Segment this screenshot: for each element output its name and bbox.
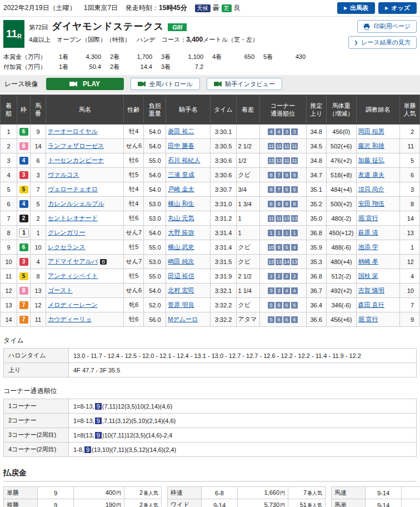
jockey-name-link[interactable]: 菅原 明良	[168, 301, 194, 308]
corner-order-cell: 8798	[259, 168, 306, 182]
corner-pass-number: 11	[276, 143, 282, 150]
prize-place: 3着	[161, 52, 180, 62]
result-guide-button[interactable]: ❯ レース結果の見方	[348, 36, 417, 49]
results-header-cell: 負担 重量	[144, 95, 166, 125]
trainer-name-link[interactable]: 古賀 慎明	[358, 287, 384, 294]
corner-order-post: (13,10)(7,11)(3,5,12)(14,6)(2,4)	[92, 446, 176, 453]
trainer-name-link[interactable]: 柄崎 孝	[358, 258, 378, 265]
finish-position-cell: 12	[1, 284, 17, 298]
corner-pass-number: 7	[276, 186, 282, 193]
horse-name-link[interactable]: ランフォザローゼス	[48, 142, 104, 149]
jockey-name-link[interactable]: 戸崎 圭太	[168, 186, 194, 192]
time-section-title: タイム	[3, 336, 417, 345]
weather-block: 天候 曇 芝 良	[195, 3, 241, 13]
payout-amount-cell: 5,730円	[238, 499, 288, 507]
odds-button[interactable]: ▶オッズ	[378, 2, 417, 14]
time-cell: 3:31.4	[211, 240, 236, 255]
corner-pass-number: 13	[268, 157, 274, 164]
margin-cell: クビ	[236, 255, 259, 269]
result-row: 3 4 6 トーセンカンビーナ 牡6 55.0 石川 裕紀人 3:30.6 1/…	[1, 153, 420, 168]
horse-weight-cell: 484(+4)	[326, 182, 356, 197]
horse-name-link[interactable]: ヴェローチェオロ	[48, 186, 98, 192]
horse-name-link[interactable]: レクセランス	[48, 243, 86, 250]
jockey-cell: 三浦 皇成	[166, 168, 211, 182]
jockey-name-link[interactable]: 菱田 裕二	[168, 128, 194, 135]
trainer-name-link[interactable]: 安田 翔伍	[358, 200, 384, 207]
margin-cell: 1	[236, 211, 259, 226]
trainer-name-link[interactable]: 藤沢 和雄	[358, 142, 384, 149]
corner-pass-number: 13	[276, 157, 282, 164]
last-3f-cell: 35.9	[306, 240, 326, 255]
jockey-name-link[interactable]: 三浦 皇成	[168, 171, 194, 178]
trainer-name-link[interactable]: 堀 宣行	[358, 215, 378, 221]
jockey-name-link[interactable]: 石川 裕紀人	[168, 157, 200, 163]
corner-pass-number: 5	[283, 244, 290, 251]
top-bar: 2022年2月19日（土曜） 1回東京7日 発走時刻：15時45分 天候 曇 芝…	[0, 0, 420, 17]
start-time-value: 15時45分	[159, 4, 187, 12]
trainer-name-link[interactable]: 友道 康夫	[358, 171, 384, 178]
jockey-name-link[interactable]: 嶋田 純次	[168, 258, 194, 265]
horse-name-link[interactable]: セントレオナード	[48, 215, 98, 221]
jockey-name-link[interactable]: 北村 宏司	[168, 287, 194, 294]
trainer-name-link[interactable]: 岡田 稲男	[358, 128, 384, 135]
win-favorite-cell: 2	[399, 125, 419, 139]
horse-number-cell: 13	[31, 284, 46, 298]
result-row: 1 6 9 テーオーロイヤル 牡4 54.0 菱田 裕二 3:30.1 4433…	[1, 125, 420, 139]
trainer-name-link[interactable]: 池添 学	[358, 243, 378, 250]
corner-pass-number: 3	[268, 287, 274, 294]
bet-type-cell: 単勝	[4, 487, 38, 499]
jockey-name-link[interactable]: 丸山 元気	[168, 215, 194, 221]
payout-favorite-cell: 51番人気	[288, 499, 326, 507]
entries-button[interactable]: ▶出馬表	[337, 2, 375, 14]
horse-name-link[interactable]: グレンガリー	[48, 229, 85, 236]
jockey-name-link[interactable]: 大野 拓弥	[168, 229, 194, 236]
horse-name-link[interactable]: アドマイヤアルバ	[48, 258, 98, 265]
payout-table-right: 馬連 9-14 16,670円 45番人気 馬単 9-14 23,130円 78…	[331, 486, 420, 507]
corner-order-cell: 3344	[259, 284, 306, 298]
trainer-name-link[interactable]: 萩原 清	[358, 229, 378, 236]
horse-name-link[interactable]: テーオーロイヤル	[48, 128, 98, 135]
additional-prize-label: 付加賞（万円）	[3, 62, 59, 72]
results-header-cell: 馬体重 （増減）	[326, 95, 356, 125]
horse-name-link[interactable]: アンティシペイト	[48, 272, 98, 279]
jockey-name-link[interactable]: 横山 武史	[168, 243, 194, 250]
payout-favorite-cell: 2番人気	[124, 487, 162, 499]
trainer-cell: 柄崎 孝	[356, 255, 399, 269]
corner-pass-number: 3	[283, 128, 290, 135]
play-arrow-icon: ▶	[344, 6, 347, 11]
trainer-name-link[interactable]: 加藤 征弘	[358, 157, 384, 163]
trainer-name-link[interactable]: 須貝 尚介	[358, 186, 384, 192]
horse-name-link[interactable]: トーセンカンビーナ	[48, 157, 104, 163]
horse-name-link[interactable]: ヴァルコス	[48, 171, 79, 178]
patrol-video-button[interactable]: 全周パトロール	[131, 78, 200, 90]
horse-name-link[interactable]: メロディーレーン	[48, 301, 98, 308]
corner-pass-number: 13	[268, 259, 274, 265]
corner-order-cell: 5666	[259, 298, 306, 312]
jockey-cell: 戸崎 圭太	[166, 182, 211, 197]
payout-row: 馬単 9-14 23,130円 78番人気	[332, 499, 420, 507]
jockey-name-link[interactable]: Mデムーロ	[168, 316, 198, 322]
jockey-interview-button[interactable]: 騎手インタビュー	[207, 78, 282, 90]
corner-pass-number: 5	[291, 186, 298, 193]
horse-name-link[interactable]: カウディーリョ	[48, 316, 92, 322]
print-page-button[interactable]: 印刷用ページ	[357, 20, 417, 33]
payout-favorite-cell: 7番人気	[288, 487, 326, 499]
trainer-name-link[interactable]: 国枝 栄	[358, 272, 378, 279]
prize-amount: 50.4	[78, 62, 110, 72]
horse-weight-cell: 480(-2)	[326, 211, 356, 226]
frame-cell: 8	[17, 284, 31, 298]
frame-number-badge: 8	[19, 142, 28, 150]
horse-weight-cell: 456(+6)	[326, 312, 356, 327]
play-video-button[interactable]: PLAY	[46, 78, 124, 90]
horse-name-link[interactable]: ゴースト	[48, 287, 73, 294]
horse-name-link[interactable]: カレンルシェルブル	[48, 200, 104, 207]
jockey-name-link[interactable]: 田辺 裕信	[168, 272, 194, 279]
horse-weight-cell: 480(+4)	[326, 255, 356, 269]
prize-amount: 4,300	[78, 52, 110, 62]
trainer-name-link[interactable]: 森田 直行	[358, 301, 384, 308]
jockey-name-link[interactable]: 田中 勝春	[168, 142, 194, 149]
favorite-rank: 2	[139, 501, 143, 507]
jockey-name-link[interactable]: 横山 和生	[168, 200, 194, 207]
last-3f-cell: 36.4	[306, 298, 326, 312]
trainer-name-link[interactable]: 堀 宣行	[358, 316, 378, 322]
